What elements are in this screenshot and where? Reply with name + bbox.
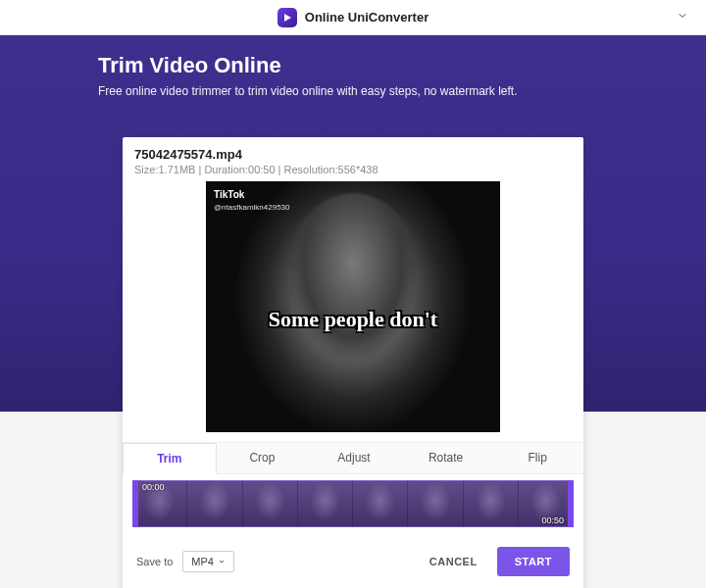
save-to-label: Save to [136,556,173,567]
tab-trim[interactable]: Trim [123,443,217,474]
caret-down-icon [218,558,226,565]
trim-timeline[interactable]: 00:00 00:50 [132,480,574,527]
trim-handle-start[interactable] [132,480,138,527]
file-name: 75042475574.mp4 [134,147,572,162]
file-meta-resolution-label: Resolution: [284,164,338,175]
file-size: 1.71MB [158,164,195,175]
brand[interactable]: Online UniConverter [277,8,429,27]
trim-handle-end[interactable] [568,480,574,527]
trim-selection[interactable] [132,480,574,527]
video-preview-area: TikTok @ntasfkamikn429530 Some people do… [123,181,583,442]
page-title: Trim Video Online [98,53,628,78]
page-subtitle: Free online video trimmer to trim video … [98,84,628,98]
timeline-container: 00:00 00:50 [123,474,583,531]
tab-adjust[interactable]: Adjust [308,443,400,473]
chevron-down-icon[interactable] [677,10,688,24]
video-preview[interactable]: TikTok @ntasfkamikn429530 Some people do… [206,181,500,432]
start-button[interactable]: START [497,547,570,576]
brand-name: Online UniConverter [305,10,429,24]
cancel-button[interactable]: CANCEL [420,548,487,575]
file-meta-duration-label: Duration: [204,164,248,175]
watermark-user: @ntasfkamikn429530 [214,203,290,212]
file-header: 75042475574.mp4 Size:1.71MB | Duration:0… [123,137,583,181]
top-bar: Online UniConverter [0,0,706,35]
format-value: MP4 [191,556,214,567]
editor-card: 75042475574.mp4 Size:1.71MB | Duration:0… [123,137,583,588]
video-caption: Some people don't [206,307,500,332]
tab-flip[interactable]: Flip [491,443,583,473]
trim-start-time: 00:00 [142,482,165,492]
trim-end-time: 00:50 [541,515,564,525]
brand-logo-icon [277,8,297,27]
file-duration: 00:50 [248,164,276,175]
file-meta: Size:1.71MB | Duration:00:50 | Resolutio… [134,164,572,175]
tab-crop[interactable]: Crop [217,443,309,473]
watermark-badge: TikTok [214,189,244,200]
format-select[interactable]: MP4 [182,551,234,572]
tool-tabs: Trim Crop Adjust Rotate Flip [123,442,583,474]
video-content-placeholder [284,193,422,369]
tab-rotate[interactable]: Rotate [400,443,492,473]
file-meta-size-label: Size: [134,164,158,175]
file-resolution: 556*438 [338,164,378,175]
editor-footer: Save to MP4 CANCEL START [123,531,583,588]
